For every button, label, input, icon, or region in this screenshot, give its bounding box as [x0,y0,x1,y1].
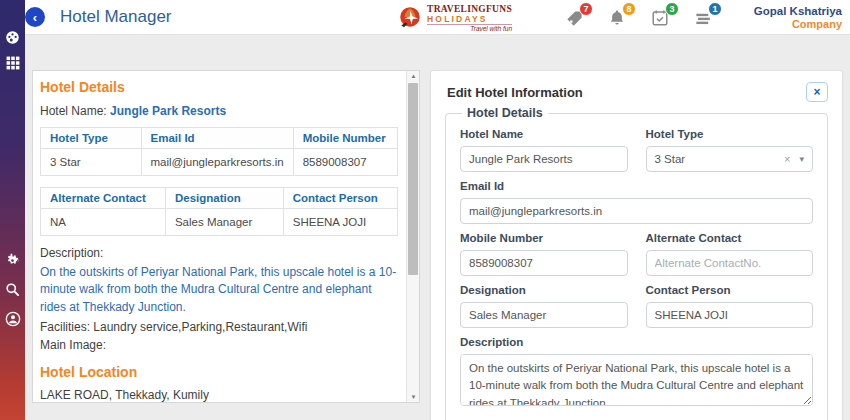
hotel-name-label: Hotel Name: [40,104,107,118]
page-title: Hotel Manager [60,7,172,27]
alternate-contact-field-label: Alternate Contact [646,232,814,244]
sidebar-collapse-button[interactable]: ‹ [25,7,45,27]
calendar-check-icon[interactable]: 3 [651,9,671,29]
description-textarea[interactable]: On the outskirts of Periyar National Par… [460,354,813,406]
cell-mobile-number: 8589008307 [293,149,397,176]
hotel-type-select[interactable]: 3 Star × ▾ [646,146,814,172]
hotel-location-heading: Hotel Location [40,364,398,380]
logo-line2: HOLIDAYS [427,14,512,24]
user-role: Company [754,18,842,32]
sidebar [0,0,25,420]
hotel-details-panel: Hotel Details Hotel Name: Jungle Park Re… [32,70,420,403]
group-legend: Hotel Details [462,106,548,120]
email-input[interactable] [460,198,813,224]
bell-icon[interactable]: 8 [608,9,628,29]
address-line: LAKE ROAD, Thekkady, Kumily [40,388,398,402]
logo-tagline: Travel with fun [427,24,512,32]
hotel-type-value: 3 Star [655,153,785,165]
hotel-name-input[interactable] [460,146,628,172]
panel-scrollbar[interactable]: ▲ ▼ [406,71,419,402]
col-email-id: Email Id [141,128,293,149]
email-field-label: Email Id [460,180,813,192]
cell-designation: Sales Manager [165,209,283,236]
chevron-left-icon: ‹ [33,11,37,24]
alternate-contact-input[interactable] [646,250,814,276]
tasks-list-icon[interactable]: 1 [694,9,714,29]
logo-plane-icon [397,5,423,31]
chevron-down-icon[interactable]: ▾ [799,154,804,164]
cell-contact-person: SHEENA JOJI [283,209,397,236]
description-label: Description: [40,246,398,260]
brand-logo: TRAVELINGFUNS HOLIDAYS Travel with fun [397,4,512,32]
col-designation: Designation [165,188,283,209]
edit-hotel-panel: Edit Hotel Information × Hotel Details H… [430,70,843,420]
hotel-name-field-label: Hotel Name [460,128,628,140]
notification-icons: 7 8 3 1 [565,9,714,29]
mobile-input[interactable] [460,250,628,276]
main-image-label: Main Image: [40,338,398,352]
col-mobile-number: Mobile Number [293,128,397,149]
scrollbar-thumb[interactable] [408,83,418,275]
close-button[interactable]: × [806,82,828,102]
mobile-field-label: Mobile Number [460,232,628,244]
hotel-details-group: Hotel Details Hotel Name Hotel Type 3 St… [445,106,828,420]
designation-field-label: Designation [460,284,628,296]
bookings-badge: 3 [665,2,679,16]
top-header: ‹ Hotel Manager TRAVELINGFUNS HOLIDAYS T… [25,0,850,35]
scroll-down-icon[interactable]: ▼ [407,394,420,400]
table-row: 3 Star mail@jungleparkresorts.in 8589008… [41,149,398,176]
close-icon: × [813,86,820,98]
logo-line1: TRAVELINGFUNS [427,4,512,14]
alerts-badge: 8 [622,2,636,16]
hotel-type-field-label: Hotel Type [646,128,814,140]
description-text: On the outskirts of Periyar National Par… [40,264,398,316]
user-menu[interactable]: Gopal Kshatriya Company [754,4,842,32]
facilities-line: Facilities: Laundry service,Parking,Rest… [40,320,398,334]
cell-email-id: mail@jungleparkresorts.in [141,149,293,176]
search-icon[interactable] [0,282,25,297]
cell-alternate-contact: NA [41,209,166,236]
hotel-info-table-1: Hotel Type Email Id Mobile Number 3 Star… [40,127,398,176]
tasks-badge: 1 [708,2,722,16]
hotel-name-line: Hotel Name: Jungle Park Resorts [40,104,398,118]
profile-icon[interactable] [0,311,25,327]
table-row: NA Sales Manager SHEENA JOJI [41,209,398,236]
clear-selection-icon[interactable]: × [784,153,790,165]
dashboard-icon[interactable] [0,30,25,45]
edit-hotel-title: Edit Hotel Information [447,85,583,100]
offers-badge: 7 [579,2,593,16]
scroll-up-icon[interactable]: ▲ [407,73,420,79]
hotel-details-heading: Hotel Details [40,79,398,95]
col-hotel-type: Hotel Type [41,128,142,149]
description-field-label: Description [460,336,813,348]
hotel-info-table-2: Alternate Contact Designation Contact Pe… [40,187,398,236]
col-contact-person: Contact Person [283,188,397,209]
offers-tag-icon[interactable]: 7 [565,9,585,29]
contact-person-input[interactable] [646,302,814,328]
contact-person-field-label: Contact Person [646,284,814,296]
hotel-name-value: Jungle Park Resorts [110,104,226,118]
apps-grid-icon[interactable] [0,56,25,70]
settings-gear-icon[interactable] [0,253,25,268]
designation-input[interactable] [460,302,628,328]
cell-hotel-type: 3 Star [41,149,142,176]
col-alternate-contact: Alternate Contact [41,188,166,209]
user-name: Gopal Kshatriya [754,4,842,18]
